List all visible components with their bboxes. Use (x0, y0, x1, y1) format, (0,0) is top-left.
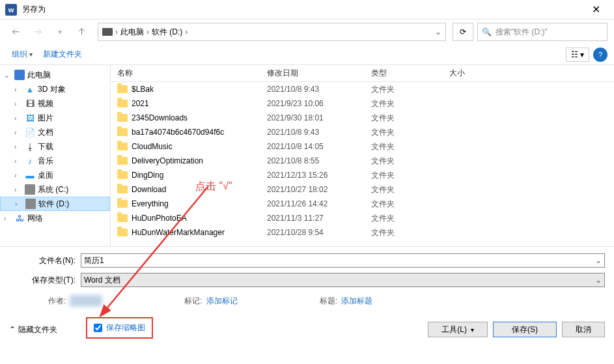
expand-icon[interactable]: › (14, 100, 22, 107)
sidebar-item[interactable]: › ▲ 3D 对象 (0, 82, 110, 96)
sidebar-item-pc[interactable]: ⌄ 此电脑 (0, 68, 110, 82)
sidebar-item[interactable]: › ▬ 桌面 (0, 168, 110, 182)
recent-dd-icon[interactable]: ▾ (51, 23, 69, 41)
expand-icon[interactable]: › (15, 201, 23, 208)
folder-icon (117, 200, 128, 208)
col-type[interactable]: 类型 (371, 68, 449, 79)
chevron-down-icon[interactable]: ⌄ (595, 256, 602, 265)
file-type: 文件夹 (371, 127, 449, 138)
expand-icon[interactable]: › (14, 158, 22, 165)
filename-field[interactable] (84, 256, 595, 265)
hide-folders-button[interactable]: ⌃ 隐藏文件夹 (9, 324, 57, 335)
file-row[interactable]: CloudMusic 2021/10/8 14:05 文件夹 (111, 139, 614, 154)
main-area: ⌄ 此电脑 › ▲ 3D 对象› 🎞 视频› 🖼 图片› 📄 文档› ⭳ 下载›… (0, 65, 614, 246)
breadcrumb-pc[interactable]: 此电脑 (120, 27, 144, 38)
filename-label: 文件名(N): (9, 255, 81, 266)
sidebar-label: 音乐 (38, 156, 53, 167)
close-button[interactable]: ✕ (583, 0, 609, 20)
sidebar-label: 桌面 (38, 170, 53, 181)
file-type: 文件夹 (371, 213, 449, 224)
drive-icon (102, 28, 113, 36)
breadcrumb-drive[interactable]: 软件 (D:) (152, 27, 182, 38)
file-row[interactable]: Everything 2021/11/26 14:42 文件夹 (111, 197, 614, 211)
sidebar-item[interactable]: › ⭳ 下载 (0, 139, 110, 154)
file-row[interactable]: Download 2021/10/27 18:02 文件夹 (111, 182, 614, 197)
sidebar-label: 网络 (27, 213, 43, 224)
sidebar-item[interactable]: › 📄 文档 (0, 125, 110, 139)
word-app-icon: w (5, 4, 17, 16)
forward-button[interactable]: 🡢 (29, 23, 47, 41)
organize-button[interactable]: 组织 (7, 46, 38, 63)
sidebar-item[interactable]: › ♪ 音乐 (0, 154, 110, 168)
file-name: CloudMusic (132, 142, 267, 151)
col-name[interactable]: 名称 (117, 68, 267, 79)
file-row[interactable]: 2345Downloads 2021/9/30 18:01 文件夹 (111, 111, 614, 125)
filetype-row: 保存类型(T): ⌄ (9, 273, 605, 287)
drive-icon (25, 199, 36, 209)
tag-value[interactable]: 添加标记 (206, 296, 238, 307)
filetype-select[interactable]: ⌄ (81, 273, 605, 287)
filetype-field[interactable] (84, 275, 595, 285)
title-value[interactable]: 添加标题 (341, 296, 372, 307)
col-date[interactable]: 修改日期 (267, 68, 371, 79)
title-label: 标题: (320, 296, 337, 307)
file-row[interactable]: 2021 2021/9/23 10:06 文件夹 (111, 96, 614, 111)
back-button[interactable]: 🡠 (7, 23, 25, 41)
doc-icon: 📄 (25, 127, 35, 137)
search-input[interactable]: 🔍 搜索"软件 (D:)" (477, 23, 607, 41)
sidebar-item-network[interactable]: › 🖧 网络 (0, 211, 110, 225)
expand-icon[interactable]: › (14, 86, 22, 93)
expand-icon[interactable]: › (4, 215, 12, 222)
filename-input[interactable]: ⌄ (81, 253, 605, 268)
expand-icon[interactable]: › (14, 115, 22, 122)
video-icon: 🎞 (25, 98, 35, 109)
file-row[interactable]: HuDunPhotoEA 2021/11/3 11:27 文件夹 (111, 211, 614, 225)
author-label: 作者: (48, 296, 66, 307)
file-type: 文件夹 (371, 141, 449, 152)
tag-label: 标记: (184, 296, 202, 307)
expand-icon[interactable]: › (14, 143, 22, 150)
file-type: 文件夹 (371, 98, 449, 109)
folder-icon (117, 157, 128, 165)
refresh-button[interactable]: ⟳ (453, 23, 473, 41)
file-row[interactable]: DeliveryOptimization 2021/10/8 8:55 文件夹 (111, 154, 614, 168)
chevron-down-icon[interactable]: ⌄ (595, 275, 602, 285)
dl-icon: ⭳ (25, 141, 35, 152)
expand-icon[interactable]: › (14, 186, 22, 193)
author-value[interactable] (70, 295, 102, 307)
collapse-icon[interactable]: ⌄ (4, 72, 12, 79)
sidebar-item[interactable]: › 🎞 视频 (0, 96, 110, 111)
file-date: 2021/10/8 8:55 (267, 156, 371, 165)
breadcrumb-dd-icon[interactable]: ⌄ (435, 27, 441, 36)
file-row[interactable]: ba17a4074b6c4670d94f6c 2021/10/8 9:43 文件… (111, 125, 614, 139)
expand-icon[interactable]: › (14, 172, 22, 179)
folder-icon (117, 100, 128, 107)
save-button[interactable]: 保存(S) (493, 322, 557, 337)
sidebar-item[interactable]: › 软件 (D:) (0, 197, 110, 211)
up-button[interactable]: 🡡 (73, 23, 91, 41)
col-size[interactable]: 大小 (449, 68, 501, 79)
sidebar-item[interactable]: › 系统 (C:) (0, 182, 110, 197)
newfolder-button[interactable]: 新建文件夹 (38, 46, 87, 63)
tools-button[interactable]: 工具(L) (428, 322, 488, 337)
sidebar-item[interactable]: › 🖼 图片 (0, 111, 110, 125)
folder-icon (117, 128, 128, 136)
file-row[interactable]: DingDing 2021/12/13 15:26 文件夹 (111, 168, 614, 182)
file-type: 文件夹 (371, 113, 449, 124)
sidebar-label: 此电脑 (27, 70, 51, 81)
cancel-button[interactable]: 取消 (562, 322, 605, 337)
desktop-icon: ▬ (25, 170, 35, 180)
help-button[interactable]: ? (593, 48, 607, 62)
breadcrumb[interactable]: › 此电脑 › 软件 (D:) › ⌄ (98, 23, 446, 41)
network-icon: 🖧 (14, 213, 25, 223)
folder-icon (117, 114, 128, 122)
file-row[interactable]: HuDunWaterMarkManager 2021/10/28 9:54 文件… (111, 225, 614, 240)
meta-row: 作者: 标记: 添加标记 标题: 添加标题 (9, 295, 605, 307)
file-row[interactable]: $LBak 2021/10/8 9:43 文件夹 (111, 82, 614, 96)
file-type: 文件夹 (371, 156, 449, 167)
toolbar: 组织 新建文件夹 ☷ ▾ ? (0, 44, 614, 65)
file-date: 2021/10/8 9:43 (267, 85, 371, 94)
view-mode-button[interactable]: ☷ ▾ (566, 48, 589, 62)
folder-icon (117, 229, 128, 236)
expand-icon[interactable]: › (14, 129, 22, 136)
